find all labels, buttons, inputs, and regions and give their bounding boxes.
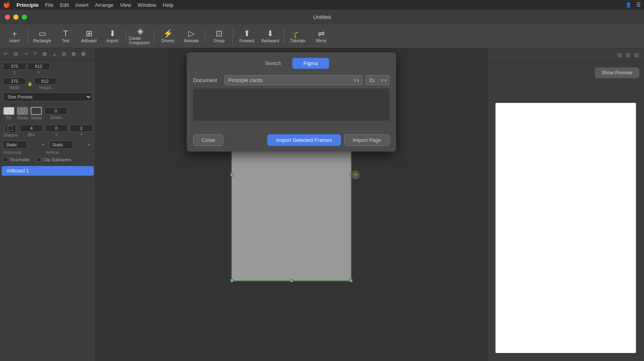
create-component-label: Create Component (129, 36, 151, 45)
lock-icon: 🔒 (27, 82, 32, 86)
group-label: Group (213, 39, 225, 43)
menu-edit[interactable]: Edit (60, 2, 69, 8)
touchable-box (3, 157, 8, 162)
distribute-h-button[interactable]: ⊟ (60, 49, 68, 58)
height-input[interactable] (34, 78, 56, 85)
dialog-footer: Close Import Selected Frames Import Page (187, 130, 396, 152)
forward-button[interactable]: ⬆ Forward (235, 26, 258, 47)
static-labels-row: Horizontal Vertical (0, 150, 95, 155)
blur-item: Blur (20, 125, 43, 137)
show-preview-button[interactable]: Show Preview (595, 68, 639, 78)
clip-sublayers-box (36, 157, 41, 162)
rectangle-icon: ▭ (39, 29, 46, 37)
media-swatch[interactable] (17, 107, 28, 115)
right-panel-header (487, 48, 644, 63)
list-icon[interactable]: ☰ (636, 2, 641, 8)
tutorials-icon: 🎓 (293, 29, 303, 37)
tutorials-button[interactable]: 🎓 Tutorials (287, 26, 309, 47)
mirror-label: Mirror (316, 39, 326, 43)
import-selected-frames-button[interactable]: Import Selected Frames (267, 134, 341, 146)
canvas-area[interactable]: ⚡ Sketch Figma Document Pr (96, 48, 487, 361)
shadow-swatch[interactable] (5, 124, 16, 132)
import-label: Import (107, 39, 118, 43)
x-input[interactable] (3, 63, 26, 70)
blur-x-input[interactable] (45, 125, 68, 132)
touchable-checkbox[interactable]: Touchable (3, 157, 30, 162)
blur-y-input[interactable] (70, 125, 93, 132)
align-center-h-button[interactable]: ⊟ (11, 49, 20, 58)
rectangle-button[interactable]: ▭ Rectangle (31, 26, 54, 47)
backward-label: Backward (261, 39, 279, 43)
sketch-tab[interactable]: Sketch (254, 58, 292, 69)
scale-select[interactable]: 1x 2x 3x (365, 75, 390, 85)
maximize-button[interactable] (22, 14, 27, 20)
align-right-button[interactable]: ⊣ (21, 49, 30, 58)
align-top-button[interactable]: ⊤ (31, 49, 39, 58)
blur-y-label: Y (70, 133, 93, 137)
apple-menu[interactable]: 🍎 (3, 2, 10, 8)
menu-arrange[interactable]: Arrange (95, 2, 114, 8)
insert-button[interactable]: ＋ Insert (3, 26, 26, 47)
menu-insert[interactable]: Insert (75, 2, 89, 8)
backward-button[interactable]: ⬇ Backward (259, 26, 281, 47)
mirror-icon: ⇌ (318, 29, 325, 37)
create-component-icon: ◈ (137, 27, 143, 35)
fill-swatch[interactable] (3, 107, 14, 115)
doc-label: Document (193, 77, 221, 83)
text-button[interactable]: T Text (54, 26, 77, 47)
static-horizontal-select[interactable]: Static Left Right Center Stretch (3, 141, 27, 149)
artboard-icon: ⊞ (86, 29, 93, 37)
modal-overlay: Sketch Figma Document Principle cards ⬆⬇ (96, 48, 487, 361)
animate-button[interactable]: ▷ Animate (180, 26, 202, 47)
window-title: Untitled (313, 14, 331, 20)
group-button[interactable]: ⊡ Group (208, 26, 230, 47)
right-panel: Show Preview (487, 48, 644, 361)
mirror-button[interactable]: ⇌ Mirror (310, 26, 332, 47)
create-component-button[interactable]: ◈ Create Component (129, 26, 151, 47)
width-field: Width (3, 78, 26, 90)
distribute-v-button[interactable]: ⊞ (69, 49, 78, 58)
clip-sublayers-checkbox[interactable]: Clip Sublayers (36, 157, 71, 162)
y-input[interactable] (27, 63, 50, 70)
shadow-swatch-inner (8, 125, 13, 131)
doc-select[interactable]: Principle cards (225, 75, 362, 85)
static-row: Static Left Right Center Stretch ▼ Stati… (0, 139, 95, 150)
stroke-width-input[interactable] (45, 107, 67, 115)
menubar: 🍎 Principle File Edit Insert Arrange Vie… (0, 0, 644, 10)
close-button[interactable] (5, 14, 10, 20)
import-button[interactable]: ⬇ Import (101, 26, 124, 47)
figma-tab[interactable]: Figma (292, 58, 329, 69)
frames-area (193, 88, 390, 121)
toolbar-separator-5 (233, 29, 233, 43)
layer-item-artboard1[interactable]: Artboard 1 (2, 166, 94, 176)
artboard-button[interactable]: ⊞ Artboard (78, 26, 100, 47)
height-field: Height (34, 78, 56, 90)
menu-file[interactable]: File (45, 2, 54, 8)
close-button[interactable]: Close (193, 134, 223, 146)
size-presets-wrapper: Size Presets iPhone 14 iPhone 14 Pro iPa… (3, 92, 92, 101)
align-middle-v-button[interactable]: ⊞ (40, 49, 49, 58)
drivers-label: Drivers (161, 39, 174, 43)
drivers-button[interactable]: ⚡ Drivers (157, 26, 179, 47)
static-vertical-select[interactable]: Static Top Bottom Center Stretch (50, 141, 73, 149)
dialog-body: Document Principle cards ⬆⬇ 1x 2x 3x (187, 69, 396, 130)
width-input[interactable] (3, 78, 26, 85)
menu-help[interactable]: Help (163, 2, 173, 8)
stroke-swatch[interactable] (31, 107, 42, 115)
app-name[interactable]: Principle (17, 2, 39, 8)
preview-area (495, 103, 636, 353)
user-icon[interactable]: 👤 (625, 2, 632, 8)
align-toolbar: ⊢ ⊟ ⊣ ⊤ ⊞ ⊥ ⊟ ⊞ ⊠ (0, 48, 95, 59)
touchable-label: Touchable (10, 157, 30, 162)
menu-window[interactable]: Window (138, 2, 156, 8)
size-presets-select[interactable]: Size Presets iPhone 14 iPhone 14 Pro iPa… (3, 92, 92, 101)
align-bottom-button[interactable]: ⊥ (50, 49, 59, 58)
minimize-button[interactable] (13, 14, 19, 20)
toolbar: ＋ Insert ▭ Rectangle T Text ⊞ Artboard ⬇… (0, 24, 644, 48)
align-extra-button[interactable]: ⊠ (79, 49, 88, 58)
blur-input[interactable] (20, 125, 43, 132)
align-left-button[interactable]: ⊢ (2, 49, 10, 58)
import-page-button[interactable]: Import Page (344, 134, 390, 146)
menu-view[interactable]: View (120, 2, 131, 8)
shadow-label: Shadow (3, 133, 18, 137)
